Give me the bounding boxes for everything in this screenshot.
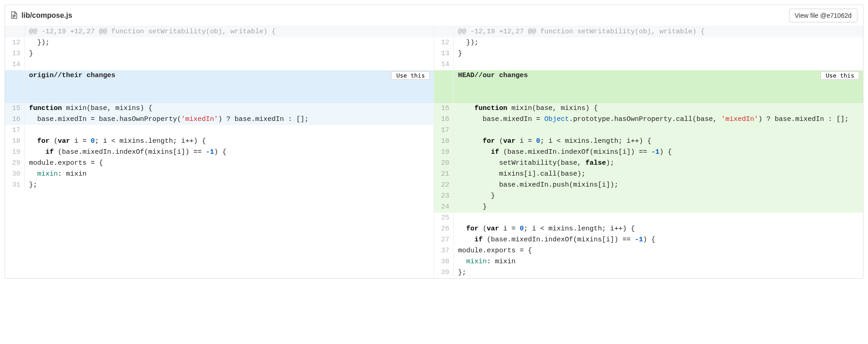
line-number: 26 bbox=[434, 224, 453, 235]
line-number: 38 bbox=[434, 256, 453, 267]
code-cell: for (var i = 0; i < mixins.length; i++) … bbox=[24, 136, 434, 147]
line-number: 19 bbox=[434, 147, 453, 158]
code-cell: mixin: mixin bbox=[453, 256, 863, 267]
code-row: 38 mixin: mixin bbox=[434, 256, 863, 267]
branch-label: origin//their changes Use this bbox=[24, 70, 434, 103]
diff-body: @@ -12,19 +12,27 @@ function setWritabil… bbox=[5, 26, 863, 278]
code-cell: module.exports = { bbox=[453, 245, 863, 256]
code-cell: base.mixedIn = Object.prototype.hasOwnPr… bbox=[453, 114, 863, 125]
code-cell: } bbox=[453, 202, 863, 213]
line-number: 16 bbox=[5, 114, 24, 125]
hunk-header: @@ -12,19 +12,27 @@ function setWritabil… bbox=[5, 26, 434, 37]
code-row: 17 bbox=[434, 125, 863, 136]
line-number: 18 bbox=[5, 136, 24, 147]
line-number: 17 bbox=[5, 125, 24, 136]
line-number: 12 bbox=[434, 37, 453, 48]
branch-header-left: origin//their changes Use this bbox=[5, 70, 434, 103]
code-cell: } bbox=[453, 48, 863, 59]
line-number: 29 bbox=[5, 158, 24, 169]
code-row: 13 } bbox=[5, 48, 434, 59]
code-row: 30 mixin: mixin bbox=[5, 169, 434, 180]
line-number: 24 bbox=[434, 202, 453, 213]
line-number bbox=[434, 26, 453, 37]
code-cell: setWritability(base, false); bbox=[453, 158, 863, 169]
file-path: lib/compose.js bbox=[21, 11, 72, 20]
line-number: 22 bbox=[434, 180, 453, 191]
code-cell bbox=[24, 125, 434, 136]
pane-left: @@ -12,19 +12,27 @@ function setWritabil… bbox=[5, 26, 434, 278]
line-number: 30 bbox=[5, 169, 24, 180]
code-row: 27 if (base.mixedIn.indexOf(mixins[i]) =… bbox=[434, 235, 863, 245]
code-row: 12 }); bbox=[5, 37, 434, 48]
code-row: 15 function mixin(base, mixins) { bbox=[5, 103, 434, 114]
code-cell: if (base.mixedIn.indexOf(mixins[i]) == -… bbox=[453, 147, 863, 158]
code-cell: }; bbox=[24, 180, 434, 191]
code-row: 14 bbox=[434, 59, 863, 70]
code-cell bbox=[453, 125, 863, 136]
code-row: 18 for (var i = 0; i < mixins.length; i+… bbox=[434, 136, 863, 147]
code-row: 12 }); bbox=[434, 37, 863, 48]
code-row: 24 } bbox=[434, 202, 863, 213]
line-number bbox=[5, 26, 24, 37]
code-cell bbox=[24, 59, 434, 70]
code-cell: function mixin(base, mixins) { bbox=[453, 103, 863, 114]
code-row: 19 if (base.mixedIn.indexOf(mixins[i]) =… bbox=[434, 147, 863, 158]
code-row: 16 base.mixedIn = base.hasOwnProperty('m… bbox=[5, 114, 434, 125]
file-icon bbox=[11, 11, 18, 21]
line-number: 18 bbox=[434, 136, 453, 147]
code-row: 15 function mixin(base, mixins) { bbox=[434, 103, 863, 114]
branch-label: HEAD//our changes Use this bbox=[453, 70, 863, 103]
line-number: 14 bbox=[5, 59, 24, 70]
code-cell: function mixin(base, mixins) { bbox=[24, 103, 434, 114]
code-cell: }; bbox=[453, 267, 863, 278]
line-number: 12 bbox=[5, 37, 24, 48]
line-number: 13 bbox=[434, 48, 453, 59]
line-number: 25 bbox=[434, 213, 453, 224]
branch-header-right: HEAD//our changes Use this bbox=[434, 70, 863, 103]
line-number: 15 bbox=[5, 103, 24, 114]
view-file-button[interactable]: View file @e71062d bbox=[789, 9, 857, 22]
code-cell: }); bbox=[453, 37, 863, 48]
code-row: 29 module.exports = { bbox=[5, 158, 434, 169]
line-number: 17 bbox=[434, 125, 453, 136]
line-number: 31 bbox=[5, 180, 24, 191]
code-row: 37 module.exports = { bbox=[434, 245, 863, 256]
code-cell: if (base.mixedIn.indexOf(mixins[i]) == -… bbox=[24, 147, 434, 158]
code-cell: base.mixedIn.push(mixins[i]); bbox=[453, 180, 863, 191]
code-row: 21 mixins[i].call(base); bbox=[434, 169, 863, 180]
code-row: 20 setWritability(base, false); bbox=[434, 158, 863, 169]
line-number bbox=[434, 70, 453, 103]
code-row: 17 bbox=[5, 125, 434, 136]
code-row: 13 } bbox=[434, 48, 863, 59]
code-cell: for (var i = 0; i < mixins.length; i++) … bbox=[453, 136, 863, 147]
code-cell: }); bbox=[24, 37, 434, 48]
code-cell: if (base.mixedIn.indexOf(mixins[i]) == -… bbox=[453, 235, 863, 245]
diff-container: lib/compose.js View file @e71062d @@ -12… bbox=[5, 5, 863, 279]
line-number: 14 bbox=[434, 59, 453, 70]
code-row: 23 } bbox=[434, 191, 863, 202]
code-row: 16 base.mixedIn = Object.prototype.hasOw… bbox=[434, 114, 863, 125]
hunk-text: @@ -12,19 +12,27 @@ function setWritabil… bbox=[453, 26, 863, 37]
line-number: 19 bbox=[5, 147, 24, 158]
line-number: 27 bbox=[434, 235, 453, 245]
code-row: 14 bbox=[5, 59, 434, 70]
line-number: 13 bbox=[5, 48, 24, 59]
code-cell bbox=[453, 213, 863, 224]
code-row: 26 for (var i = 0; i < mixins.length; i+… bbox=[434, 224, 863, 235]
use-this-button-right[interactable]: Use this bbox=[820, 71, 859, 80]
file-header: lib/compose.js View file @e71062d bbox=[5, 5, 863, 26]
line-number bbox=[5, 70, 24, 103]
pane-right: @@ -12,19 +12,27 @@ function setWritabil… bbox=[434, 26, 863, 278]
line-number: 16 bbox=[434, 114, 453, 125]
code-cell: } bbox=[453, 191, 863, 202]
line-number: 20 bbox=[434, 158, 453, 169]
use-this-button-left[interactable]: Use this bbox=[391, 71, 430, 80]
line-number: 21 bbox=[434, 169, 453, 180]
line-number: 23 bbox=[434, 191, 453, 202]
hunk-text: @@ -12,19 +12,27 @@ function setWritabil… bbox=[24, 26, 434, 37]
code-row: 19 if (base.mixedIn.indexOf(mixins[i]) =… bbox=[5, 147, 434, 158]
code-cell: mixin: mixin bbox=[24, 169, 434, 180]
code-cell: mixins[i].call(base); bbox=[453, 169, 863, 180]
code-cell bbox=[453, 59, 863, 70]
code-row: 22 base.mixedIn.push(mixins[i]); bbox=[434, 180, 863, 191]
